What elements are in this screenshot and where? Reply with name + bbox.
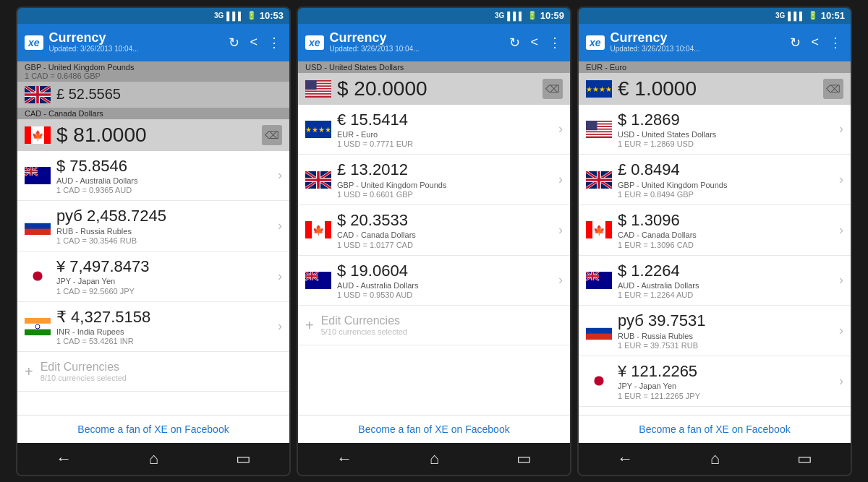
svg-text:★★★★★★★★★★★★: ★★★★★★★★★★★★: [586, 85, 612, 92]
currency-flag: [305, 272, 331, 289]
svg-rect-12: [25, 318, 51, 324]
top-currency-row[interactable]: £ 52.5565 ›: [17, 82, 289, 108]
currency-item[interactable]: 🍁 $ 20.3533 CAD - Canada Dollars 1 USD =…: [298, 205, 570, 256]
currency-chevron: ›: [839, 374, 843, 389]
time-display: 10:51: [821, 10, 845, 21]
currency-item[interactable]: ¥ 121.2265 JPY - Japan Yen 1 EUR = 121.2…: [579, 356, 851, 407]
recent-button[interactable]: ▭: [236, 449, 251, 468]
base-currency-row[interactable]: $ 20.0000 ⌫: [298, 73, 570, 105]
currency-name: AUD - Australia Dollars: [337, 280, 553, 291]
edit-currencies-row[interactable]: + Edit Currencies 8/10 currencies select…: [17, 352, 289, 392]
currency-name: USD - United States Dollars: [618, 129, 833, 139]
top-currency-label: GBP - United Kingdom Pounds1 CAD = 0.648…: [17, 61, 289, 82]
currency-chevron: ›: [839, 272, 843, 288]
currency-item[interactable]: 🍁 $ 1.3096 CAD - Canada Dollars 1 EUR = …: [579, 205, 851, 256]
app-subtitle: Updated: 3/26/2013 10:04...: [330, 45, 503, 53]
battery-icon: 🔋: [247, 11, 257, 20]
active-currency-section: USD - United States Dollars $ 20.0000 ⌫: [298, 61, 570, 105]
base-currency-row[interactable]: 🍁 $ 81.0000 ⌫: [17, 119, 289, 151]
currency-item[interactable]: ★★★★★★★★★★★★ € 15.5414 EUR - Euro 1 USD …: [298, 105, 570, 155]
facebook-banner: Become a fan of XE on Facebook: [579, 415, 851, 443]
app-title-block: Currency Updated: 3/26/2013 10:04...: [330, 31, 503, 54]
back-button[interactable]: ←: [617, 449, 633, 468]
edit-currencies-info: Edit Currencies 8/10 currencies selected: [41, 361, 127, 382]
home-button[interactable]: ⌂: [430, 449, 439, 468]
currency-flag: [25, 167, 51, 184]
refresh-icon[interactable]: ↻: [788, 33, 802, 52]
currency-flag: [25, 318, 51, 335]
svg-rect-52: [586, 333, 612, 339]
edit-currencies-row[interactable]: + Edit Currencies 5/10 currencies select…: [298, 306, 570, 345]
svg-rect-45: [586, 221, 592, 238]
currency-amount: $ 19.0604: [337, 262, 553, 280]
more-icon[interactable]: ⋮: [266, 33, 282, 52]
home-button[interactable]: ⌂: [149, 449, 158, 468]
top-currency-name: GBP - United Kingdom Pounds: [25, 63, 134, 72]
share-icon[interactable]: <: [248, 33, 259, 51]
share-icon[interactable]: <: [809, 33, 820, 51]
currency-rate: 1 EUR = 0.8494 GBP: [618, 190, 833, 199]
currency-item[interactable]: £ 0.8494 GBP - United Kingdom Pounds 1 E…: [579, 155, 851, 205]
currency-item[interactable]: $ 75.8546 AUD - Australia Dollars 1 CAD …: [17, 151, 289, 202]
nav-bar: ← ⌂ ▭: [17, 443, 289, 475]
currency-item[interactable]: $ 19.0604 AUD - Australia Dollars 1 USD …: [298, 256, 570, 306]
currency-flag: [586, 322, 612, 340]
currency-item[interactable]: $ 1.2869 USD - United States Dollars 1 E…: [579, 105, 851, 155]
more-icon[interactable]: ⋮: [827, 33, 843, 52]
top-chevron: ›: [278, 87, 282, 102]
nav-bar: ← ⌂ ▭: [298, 443, 570, 475]
app-title-block: Currency Updated: 3/26/2013 10:04...: [49, 31, 222, 54]
app-bar-actions: ↻ < ⋮: [227, 33, 282, 52]
home-button[interactable]: ⌂: [710, 449, 720, 468]
share-icon[interactable]: <: [529, 33, 540, 51]
active-currency-section: EUR - Euro ★★★★★★★★★★★★ € 1.0000 ⌫: [579, 61, 851, 105]
more-icon[interactable]: ⋮: [547, 33, 563, 52]
facebook-banner: Become a fan of XE on Facebook: [298, 415, 570, 443]
refresh-icon[interactable]: ↻: [508, 33, 522, 52]
time-display: 10:59: [540, 10, 564, 21]
recent-button[interactable]: ▭: [516, 449, 532, 468]
currency-amount: $ 1.2264: [618, 262, 833, 280]
currency-amount: € 15.5414: [337, 111, 553, 129]
currency-flag: [586, 171, 612, 189]
currency-rate: 1 EUR = 1.2264 AUD: [618, 291, 833, 299]
currency-info: ¥ 121.2265 JPY - Japan Yen 1 EUR = 121.2…: [618, 362, 833, 400]
svg-text:🍁: 🍁: [312, 224, 325, 236]
currency-amount: руб 2,458.7245: [56, 207, 272, 225]
currency-item[interactable]: ₹ 4,327.5158 INR - India Rupees 1 CAD = …: [17, 302, 289, 353]
svg-rect-40: [586, 132, 612, 134]
svg-rect-22: [305, 94, 331, 95]
currency-name: GBP - United Kingdom Pounds: [618, 180, 833, 190]
xe-logo: xe: [586, 35, 605, 50]
currency-name: AUD - Australia Dollars: [618, 280, 833, 291]
currency-name: GBP - United Kingdom Pounds: [337, 180, 553, 190]
currency-name: CAD - Canada Dollars: [337, 230, 553, 240]
currency-item[interactable]: ¥ 7,497.8473 JPY - Japan Yen 1 CAD = 92.…: [17, 251, 289, 302]
currency-item[interactable]: руб 39.7531 RUB - Russia Rubles 1 EUR = …: [579, 306, 851, 356]
svg-point-11: [33, 272, 42, 281]
currency-flag: [25, 267, 51, 285]
facebook-link[interactable]: Become a fan of XE on Facebook: [358, 423, 509, 435]
currency-item[interactable]: £ 13.2012 GBP - United Kingdom Pounds 1 …: [298, 155, 570, 205]
refresh-icon[interactable]: ↻: [227, 33, 241, 52]
currency-chevron: ›: [839, 223, 843, 238]
app-title: Currency: [330, 31, 503, 46]
base-currency-row[interactable]: ★★★★★★★★★★★★ € 1.0000 ⌫: [579, 73, 851, 105]
recent-button[interactable]: ▭: [797, 449, 812, 468]
back-button[interactable]: ←: [336, 449, 352, 468]
plus-icon: +: [25, 363, 33, 380]
clear-button[interactable]: ⌫: [542, 79, 563, 99]
clear-button[interactable]: ⌫: [823, 79, 843, 99]
base-currency-label: USD - United States Dollars: [298, 61, 570, 73]
currency-item[interactable]: $ 1.2264 AUD - Australia Dollars 1 EUR =…: [579, 256, 851, 306]
currency-chevron: ›: [558, 121, 563, 137]
svg-rect-28: [305, 221, 312, 238]
app-title-block: Currency Updated: 3/26/2013 10:04...: [610, 31, 783, 54]
facebook-link[interactable]: Become a fan of XE on Facebook: [77, 423, 229, 435]
currency-chevron: ›: [839, 323, 843, 338]
svg-rect-14: [25, 330, 51, 335]
facebook-link[interactable]: Become a fan of XE on Facebook: [639, 423, 790, 435]
currency-item[interactable]: руб 2,458.7245 RUB - Russia Rubles 1 CAD…: [17, 201, 289, 251]
back-button[interactable]: ←: [56, 449, 72, 468]
clear-button[interactable]: ⌫: [262, 125, 282, 145]
